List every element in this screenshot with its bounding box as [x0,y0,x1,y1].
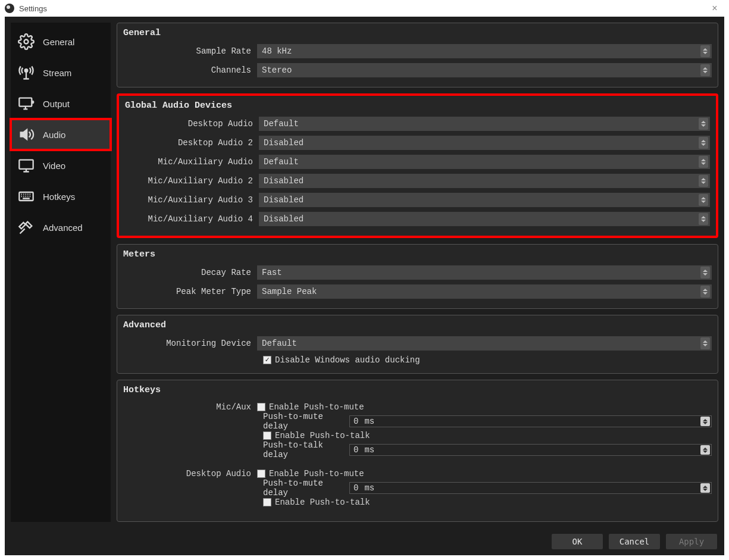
input-mic-ptm-delay[interactable]: 0 ms [349,415,712,427]
apply-button[interactable]: Apply [666,534,717,549]
row-mic-aux-2: Mic/Auxiliary Audio 2 Disabled [125,173,710,189]
checkbox-disable-ducking[interactable] [263,356,271,364]
row-disable-ducking: Disable Windows audio ducking [263,355,712,365]
spinner-icon [700,64,710,76]
input-mic-ptt-delay[interactable]: 0 ms [349,444,712,456]
label-channels: Channels [123,65,257,75]
checkbox-desktop-ptm[interactable] [257,470,265,478]
window-title: Settings [19,4,47,13]
value: 0 [353,417,358,426]
row-decay-rate: Decay Rate Fast [123,264,712,281]
select-value: Sample Peak [262,287,317,296]
ok-button[interactable]: OK [552,534,603,549]
select-desktop-audio[interactable]: Default [259,117,710,131]
group-title: Hotkeys [123,385,712,395]
select-desktop-audio-2[interactable]: Disabled [259,136,710,150]
sidebar-item-general[interactable]: General [11,26,111,57]
input-desktop-ptm-delay[interactable]: 0 ms [349,482,712,494]
svg-rect-2 [19,98,32,107]
select-value: Stereo [262,65,292,75]
checkbox-mic-ptm[interactable] [257,403,265,411]
group-meters: Meters Decay Rate Fast Peak Meter Type S… [117,244,718,309]
speaker-icon [17,125,36,144]
select-value: Disabled [264,195,304,205]
sidebar: General Stream Output Audio [11,23,111,522]
spinner-icon [700,417,710,426]
sidebar-item-label: Stream [43,68,71,78]
select-mic-aux-4[interactable]: Disabled [259,212,710,226]
label: Desktop Audio 2 [125,138,259,148]
value: 0 [353,445,358,455]
checkbox-label: Enable Push-to-talk [275,498,370,507]
label: Mic/Auxiliary Audio [125,157,259,167]
svg-point-1 [25,69,28,72]
gear-icon [17,32,36,51]
sidebar-item-output[interactable]: Output [11,88,111,119]
label-mic-aux: Mic/Aux [123,402,257,412]
unit: ms [364,445,374,455]
hotkey-block-desktop-audio: Desktop Audio Enable Push-to-mute [123,467,712,481]
select-sample-rate[interactable]: 48 kHz [257,44,712,58]
spinner-icon [699,175,708,187]
label: Decay Rate [123,268,257,277]
label-desktop-audio: Desktop Audio [123,469,257,478]
select-monitoring-device[interactable]: Default [257,336,712,351]
sidebar-item-advanced[interactable]: Advanced [11,212,111,243]
sidebar-item-audio[interactable]: Audio [11,119,111,150]
select-mic-aux[interactable]: Default [259,155,710,169]
sidebar-item-stream[interactable]: Stream [11,57,111,88]
checkbox-mic-ptt[interactable] [263,431,271,440]
checkbox-label: Disable Windows audio ducking [275,355,420,365]
close-icon[interactable]: × [705,3,724,14]
group-hotkeys: Hotkeys Mic/Aux Enable Push-to-mute Push… [117,380,718,522]
monitor-icon [17,156,36,175]
row-monitoring-device: Monitoring Device Default [123,335,712,352]
spinner-icon [700,267,710,279]
select-channels[interactable]: Stereo [257,63,712,77]
label: Desktop Audio [125,119,259,129]
spinner-icon [700,337,710,349]
row-mic-ptm-delay: Push-to-mute delay 0 ms [263,414,712,428]
spinner-icon [699,194,708,206]
checkbox-label: Enable Push-to-talk [275,431,370,440]
group-title: Meters [123,249,712,259]
checkbox-desktop-ptt[interactable] [263,498,271,506]
spinner-icon [699,156,708,168]
checkbox-label: Enable Push-to-mute [269,402,364,412]
row-desktop-ptt: Enable Push-to-talk [263,495,712,509]
row-mic-aux: Mic/Auxiliary Audio Default [125,154,710,170]
unit: ms [364,417,374,426]
label-sample-rate: Sample Rate [123,46,257,56]
group-global-audio-devices: Global Audio Devices Desktop Audio Defau… [117,93,718,238]
select-mic-aux-2[interactable]: Disabled [259,174,710,188]
svg-rect-3 [19,160,33,169]
footer: OK Cancel Apply [5,528,724,555]
label: Push-to-mute delay [263,478,349,498]
select-value: Disabled [264,214,304,224]
svg-point-0 [24,40,29,44]
spinner-icon [700,286,710,298]
tools-icon [17,218,36,237]
label: Mic/Auxiliary Audio 2 [125,176,259,186]
sidebar-item-label: General [43,37,74,47]
spinner-icon [699,213,708,225]
label: Push-to-talk delay [263,440,349,459]
select-value: Default [262,339,297,348]
unit: ms [364,483,374,493]
select-decay-rate[interactable]: Fast [257,265,712,280]
keyboard-icon [17,187,36,206]
select-mic-aux-3[interactable]: Disabled [259,193,710,207]
checkbox-label: Enable Push-to-mute [269,469,364,478]
row-desktop-audio-2: Desktop Audio 2 Disabled [125,134,710,151]
row-desktop-audio: Desktop Audio Default [125,115,710,132]
monitor-out-icon [17,94,36,113]
sidebar-item-label: Advanced [43,223,83,233]
sidebar-item-hotkeys[interactable]: Hotkeys [11,181,111,212]
value: 0 [353,483,358,493]
cancel-button[interactable]: Cancel [609,534,660,549]
sidebar-item-video[interactable]: Video [11,150,111,181]
select-value: Default [264,157,299,167]
label: Push-to-mute delay [263,412,349,431]
select-peak-meter[interactable]: Sample Peak [257,284,712,299]
select-value: Disabled [264,176,304,186]
